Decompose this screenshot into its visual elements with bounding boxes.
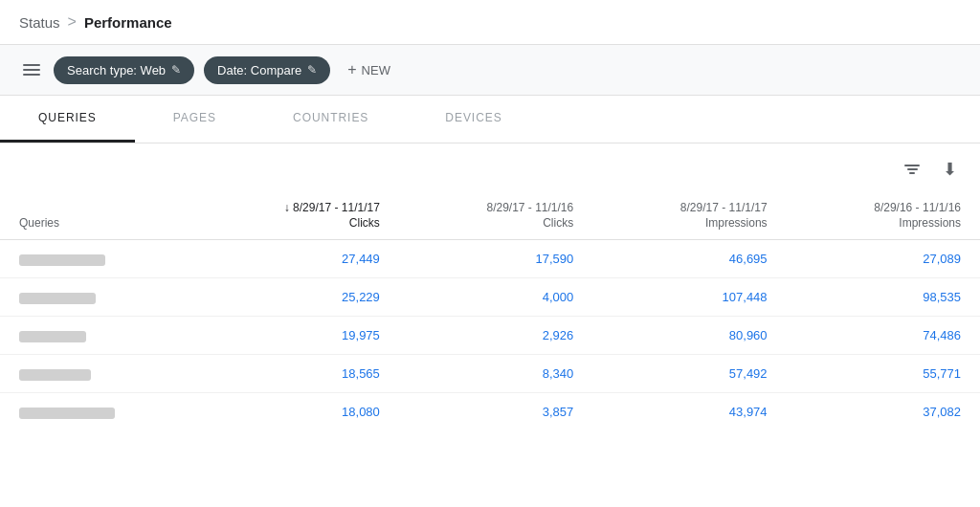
filter-icon — [904, 165, 920, 174]
data-cell: 55,771 — [787, 355, 980, 393]
col-header-impressions-prev[interactable]: 8/29/16 - 11/1/16 Impressions — [787, 191, 980, 240]
data-cell: 27,089 — [787, 240, 980, 278]
data-cell: 43,974 — [592, 393, 786, 431]
tabs-container: QUERIES PAGES COUNTRIES DEVICES — [0, 96, 980, 143]
data-cell: 46,695 — [592, 240, 786, 278]
data-cell: 25,229 — [191, 278, 399, 317]
data-cell: 74,486 — [787, 317, 980, 355]
table-actions: ⬇ — [0, 143, 980, 191]
download-button[interactable]: ⬇ — [939, 155, 961, 184]
col1-metric: Clicks — [211, 216, 380, 230]
table-row: 18,5658,34057,49255,771 — [0, 355, 980, 393]
data-table: Queries ↓ 8/29/17 - 11/1/17 Clicks 8/29/… — [0, 191, 980, 430]
tab-devices[interactable]: DEVICES — [407, 96, 540, 143]
col4-date: 8/29/16 - 11/1/16 — [806, 201, 961, 214]
table-container: ⬇ Queries ↓ 8/29/17 - 11/1/17 Clicks 8/2… — [0, 143, 980, 450]
query-cell — [0, 278, 191, 317]
query-cell — [0, 355, 191, 393]
date-compare-button[interactable]: Date: Compare ✎ — [204, 56, 330, 84]
download-icon: ⬇ — [943, 160, 957, 179]
col-header-clicks-current[interactable]: ↓ 8/29/17 - 11/1/17 Clicks — [191, 191, 399, 240]
tab-queries[interactable]: QUERIES — [0, 96, 135, 143]
data-cell: 57,492 — [592, 355, 786, 393]
data-cell: 17,590 — [399, 240, 592, 278]
data-cell: 98,535 — [787, 278, 980, 317]
plus-icon: + — [347, 61, 356, 78]
tab-pages[interactable]: PAGES — [135, 96, 255, 143]
toolbar: Search type: Web ✎ Date: Compare ✎ + NEW — [0, 45, 980, 96]
table-row: 19,9752,92680,96074,486 — [0, 317, 980, 355]
data-cell: 19,975 — [191, 317, 399, 355]
data-cell: 18,080 — [191, 393, 399, 431]
header: Status > Performance — [0, 0, 980, 45]
hamburger-icon — [23, 64, 40, 76]
col2-date: 8/29/17 - 11/1/16 — [418, 201, 573, 214]
table-row: 27,44917,59046,69527,089 — [0, 240, 980, 278]
data-cell: 27,449 — [191, 240, 399, 278]
data-cell: 8,340 — [399, 355, 592, 393]
tab-countries[interactable]: COUNTRIES — [255, 96, 407, 143]
data-cell: 3,857 — [399, 393, 592, 431]
data-cell: 107,448 — [592, 278, 786, 317]
breadcrumb-current: Performance — [84, 14, 172, 31]
table-row: 25,2294,000107,44898,535 — [0, 278, 980, 317]
new-filter-button[interactable]: + NEW — [340, 55, 398, 85]
new-label: NEW — [362, 63, 390, 77]
data-cell: 80,960 — [592, 317, 786, 355]
query-cell — [0, 240, 191, 278]
table-row: 18,0803,85743,97437,082 — [0, 393, 980, 431]
query-cell — [0, 317, 191, 355]
breadcrumb-separator: > — [68, 13, 77, 31]
col2-metric: Clicks — [418, 216, 573, 230]
edit-icon: ✎ — [171, 63, 181, 77]
main-filter-button[interactable] — [19, 60, 44, 79]
data-cell: 4,000 — [399, 278, 592, 317]
breadcrumb-parent[interactable]: Status — [19, 14, 60, 31]
col4-metric: Impressions — [806, 216, 961, 230]
date-compare-label: Date: Compare — [217, 63, 301, 77]
edit-icon-2: ✎ — [307, 63, 317, 77]
col-header-clicks-prev[interactable]: 8/29/17 - 11/1/16 Clicks — [399, 191, 592, 240]
col-header-queries: Queries — [0, 191, 191, 240]
col3-date: 8/29/17 - 11/1/17 — [612, 201, 767, 214]
table-filter-button[interactable] — [901, 161, 924, 178]
query-cell — [0, 393, 191, 431]
search-type-button[interactable]: Search type: Web ✎ — [54, 56, 194, 84]
data-cell: 37,082 — [787, 393, 980, 431]
col1-date: ↓ 8/29/17 - 11/1/17 — [211, 201, 380, 214]
col-header-impressions-current[interactable]: 8/29/17 - 11/1/17 Impressions — [592, 191, 786, 240]
data-cell: 18,565 — [191, 355, 399, 393]
breadcrumb: Status > Performance — [19, 13, 172, 31]
table-header-row: Queries ↓ 8/29/17 - 11/1/17 Clicks 8/29/… — [0, 191, 980, 240]
col3-metric: Impressions — [612, 216, 767, 230]
data-cell: 2,926 — [399, 317, 592, 355]
table-body: 27,44917,59046,69527,08925,2294,000107,4… — [0, 240, 980, 431]
search-type-label: Search type: Web — [67, 63, 166, 77]
